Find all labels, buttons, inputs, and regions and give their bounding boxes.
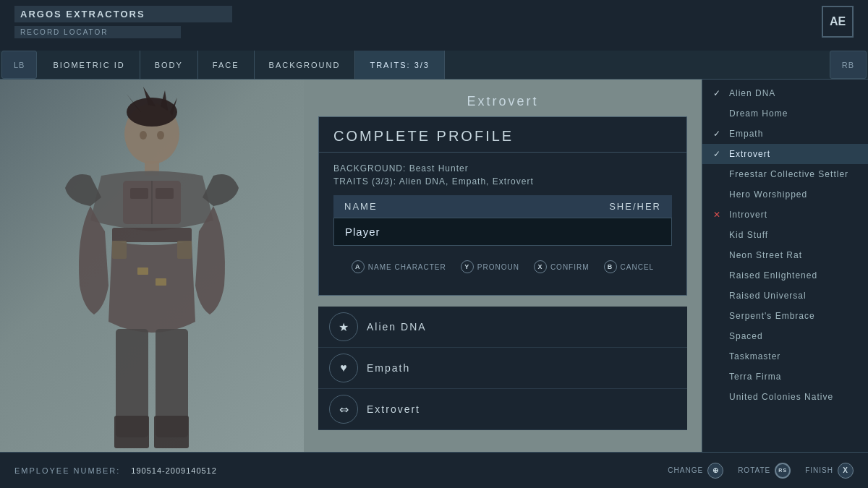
sidebar-label-kid-stuff: Kid Stuff [729, 230, 768, 240]
sidebar-label-terra-firma: Terra Firma [729, 372, 781, 382]
sidebar-label-hero-worshipped: Hero Worshipped [729, 189, 807, 200]
sidebar-item-spaced[interactable]: Spaced [702, 326, 868, 346]
sidebar-label-introvert: Introvert [729, 210, 767, 220]
tab-traits[interactable]: TRAITS: 3/3 [355, 51, 445, 79]
traits-line: TRAITS (3/3): Alien DNA, Empath, Extrove… [333, 176, 672, 187]
sidebar-item-introvert[interactable]: ✕ Introvert [702, 205, 868, 225]
cancel-button[interactable]: B CANCEL [604, 260, 655, 273]
sidebar-item-hero-worshipped[interactable]: Hero Worshipped [702, 184, 868, 205]
modal-content: BACKGROUND: Beast Hunter TRAITS (3/3): A… [319, 153, 686, 295]
sidebar-item-extrovert[interactable]: ✓ Extrovert [702, 144, 868, 164]
modal-title: COMPLETE PROFILE [319, 117, 686, 153]
trait-title: Extrovert [318, 94, 687, 109]
tab-face[interactable]: FACE [198, 51, 255, 79]
a-button: A [352, 260, 365, 273]
check-icon-alien-dna: ✓ [713, 88, 723, 98]
pronoun-label-btn: PRONOUN [477, 263, 519, 271]
company-title: ARGOS EXTRACTORS [14, 6, 232, 22]
name-header: NAME SHE/HER [333, 195, 672, 218]
pronoun-label: SHE/HER [609, 201, 661, 212]
bottom-bar: EMPLOYEE NUMBER: 190514-2009140512 CHANG… [0, 452, 868, 488]
x-button: X [534, 260, 547, 273]
sidebar-item-neon-street-rat[interactable]: Neon Street Rat [702, 245, 868, 265]
character-panel [0, 80, 304, 452]
svg-rect-20 [137, 267, 148, 275]
svg-rect-19 [177, 241, 192, 259]
b-button: B [604, 260, 617, 273]
sidebar-label-empath: Empath [729, 129, 763, 139]
nav-bar: LB BIOMETRIC ID BODY FACE BACKGROUND TRA… [0, 51, 868, 80]
sidebar-item-dream-home[interactable]: Dream Home [702, 103, 868, 124]
svg-rect-13 [112, 228, 192, 242]
extrovert-icon: ⇔ [329, 395, 358, 424]
sidebar-item-empath[interactable]: ✓ Empath [702, 124, 868, 144]
sidebar-item-raised-enlightened[interactable]: Raised Enlightened [702, 265, 868, 286]
bottom-actions: CHANGE ⊕ ROTATE RS FINISH X [668, 463, 854, 479]
rb-button[interactable]: RB [830, 51, 867, 79]
character-background [0, 80, 304, 452]
name-input[interactable]: Player [333, 218, 672, 246]
x-icon-introvert: ✕ [713, 210, 723, 220]
tab-biometric-id[interactable]: BIOMETRIC ID [38, 51, 140, 79]
trait-item-empath[interactable]: ♥ Empath [318, 348, 687, 389]
change-action[interactable]: CHANGE ⊕ [668, 463, 723, 479]
sidebar-label-raised-universal: Raised Universal [729, 291, 807, 301]
sidebar-item-serpents-embrace[interactable]: Serpent's Embrace [702, 306, 868, 326]
sidebar-label-dream-home: Dream Home [729, 108, 788, 119]
rotate-label: ROTATE [738, 466, 770, 474]
sidebar-label-serpents-embrace: Serpent's Embrace [729, 311, 815, 321]
sidebar-item-kid-stuff[interactable]: Kid Stuff [702, 225, 868, 245]
main-area: Extrovert COMPLETE PROFILE BACKGROUND: B… [0, 80, 868, 452]
svg-rect-16 [114, 416, 149, 448]
sidebar-item-alien-dna[interactable]: ✓ Alien DNA [702, 83, 868, 103]
svg-rect-21 [156, 278, 166, 286]
rotate-action[interactable]: ROTATE RS [738, 463, 791, 479]
sidebar-label-extrovert: Extrovert [729, 149, 770, 159]
background-line: BACKGROUND: Beast Hunter [333, 163, 672, 174]
modal-actions: A NAME CHARACTER Y PRONOUN X CONFIRM B C… [333, 257, 672, 284]
traits-list: ★ Alien DNA ♥ Empath ⇔ Extrovert [318, 307, 687, 430]
pronoun-button[interactable]: Y PRONOUN [461, 260, 519, 273]
lb-button[interactable]: LB [1, 51, 37, 79]
employee-number: 190514-2009140512 [131, 466, 217, 475]
change-button: ⊕ [707, 463, 723, 479]
sidebar-item-terra-firma[interactable]: Terra Firma [702, 367, 868, 387]
sidebar-item-freestar[interactable]: Freestar Collective Settler [702, 164, 868, 184]
trait-name-empath: Empath [367, 362, 410, 374]
svg-rect-11 [130, 188, 148, 199]
svg-rect-12 [156, 188, 174, 199]
profile-modal: COMPLETE PROFILE BACKGROUND: Beast Hunte… [318, 116, 687, 296]
empath-icon: ♥ [329, 354, 358, 382]
alien-dna-icon: ★ [329, 312, 358, 341]
name-character-label: NAME CHARACTER [368, 263, 446, 271]
svg-rect-17 [154, 416, 189, 448]
sidebar-label-neon-street-rat: Neon Street Rat [729, 250, 802, 260]
trait-item-alien-dna[interactable]: ★ Alien DNA [318, 307, 687, 348]
sidebar-label-alien-dna: Alien DNA [729, 88, 775, 98]
tab-background[interactable]: BACKGROUND [255, 51, 356, 79]
name-label: NAME [344, 201, 378, 212]
right-sidebar: ✓ Alien DNA Dream Home ✓ Empath ✓ Extrov… [702, 80, 868, 452]
rs-button: RS [775, 463, 791, 479]
sidebar-item-taskmaster[interactable]: Taskmaster [702, 346, 868, 367]
confirm-label: CONFIRM [550, 263, 590, 271]
employee-label: EMPLOYEE NUMBER: [14, 466, 120, 475]
sidebar-item-united-colonies-native[interactable]: United Colonies Native [702, 387, 868, 407]
svg-point-6 [140, 131, 147, 140]
sidebar-item-raised-universal[interactable]: Raised Universal [702, 286, 868, 306]
sidebar-label-spaced: Spaced [729, 331, 763, 341]
name-character-button[interactable]: A NAME CHARACTER [352, 260, 446, 273]
svg-point-7 [157, 131, 164, 140]
sidebar-label-taskmaster: Taskmaster [729, 351, 780, 361]
trait-name-alien-dna: Alien DNA [367, 321, 427, 333]
trait-name-extrovert: Extrovert [367, 403, 420, 415]
confirm-button[interactable]: X CONFIRM [534, 260, 590, 273]
trait-item-extrovert[interactable]: ⇔ Extrovert [318, 389, 687, 430]
finish-action[interactable]: FINISH X [805, 463, 854, 479]
record-locator: RECORD LOCATOR [14, 26, 181, 38]
tab-body[interactable]: BODY [140, 51, 198, 79]
svg-rect-18 [112, 241, 127, 259]
sidebar-label-united-colonies-native: United Colonies Native [729, 392, 833, 402]
top-bar: ARGOS EXTRACTORS AE RECORD LOCATOR [0, 0, 868, 51]
sidebar-label-freestar: Freestar Collective Settler [729, 169, 848, 179]
